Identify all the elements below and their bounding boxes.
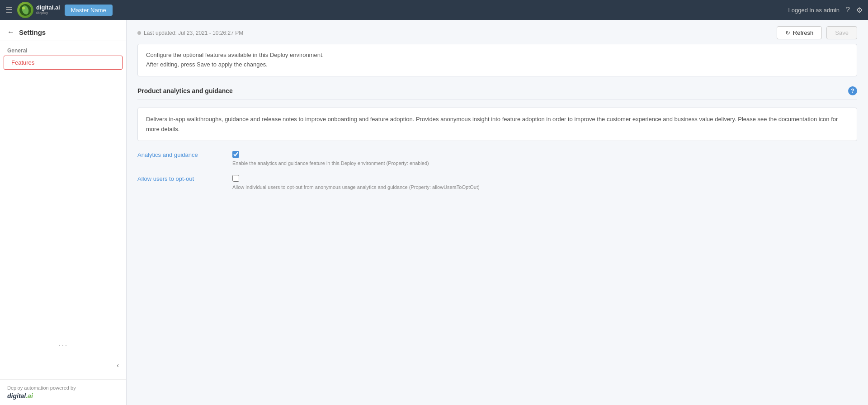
optout-description: Allow individual users to opt-out from a… [232,184,480,190]
refresh-button[interactable]: ↻ Refresh [777,26,822,39]
brand-name: digital.ai [36,5,60,11]
footer-logo: digital.ai [7,392,119,400]
optout-checkbox-wrapper [232,175,480,182]
settings-icon[interactable]: ⚙ [856,6,863,14]
info-line-2: After editing, press Save to apply the c… [146,60,849,70]
analytics-control: Enable the analytics and guidance featur… [232,151,429,166]
description-text: Delivers in-app walkthroughs, guidance a… [146,116,838,132]
logo-area: digital.ai deploy [17,2,60,18]
topnav-right: Logged in as admin ? ⚙ [788,6,863,14]
optout-label: Allow users to opt-out [137,175,232,182]
main-content: Last updated: Jul 23, 2021 - 10:26:27 PM… [127,20,868,405]
topbar-actions: ↻ Refresh Save [777,26,857,39]
master-name-button[interactable]: Master Name [65,5,113,16]
status-dot [137,31,141,35]
logo-text: digital.ai deploy [36,5,60,15]
refresh-icon: ↻ [785,29,790,36]
brand-sub: deploy [36,11,60,15]
help-icon[interactable]: ? [846,6,850,14]
last-updated: Last updated: Jul 23, 2021 - 10:26:27 PM [137,30,243,36]
sidebar-footer: Deploy automation powered by digital.ai [0,379,126,405]
hamburger-menu-icon[interactable]: ☰ [5,5,13,15]
analytics-checkbox[interactable] [232,151,239,158]
section-title: Product analytics and guidance [137,87,233,94]
content-body: Configure the optional features availabl… [127,44,868,405]
sidebar-item-features[interactable]: Features [4,56,123,70]
powered-by-text: Deploy automation powered by [7,385,119,391]
sidebar-collapse-button[interactable]: ‹ [117,362,119,369]
logo-image [17,2,33,18]
analytics-description: Enable the analytics and guidance featur… [232,160,429,166]
description-box: Delivers in-app walkthroughs, guidance a… [137,108,857,141]
optout-control: Allow individual users to opt-out from a… [232,175,480,190]
main-layout: ← Settings General Features ⋮ ‹ Deploy a… [0,20,868,405]
sidebar: ← Settings General Features ⋮ ‹ Deploy a… [0,20,127,405]
info-box: Configure the optional features availabl… [137,44,857,76]
content-topbar: Last updated: Jul 23, 2021 - 10:26:27 PM… [127,20,868,44]
analytics-guidance-row: Analytics and guidance Enable the analyt… [137,151,857,166]
svg-point-2 [22,7,25,9]
sidebar-title: Settings [19,28,46,36]
save-button: Save [826,26,857,39]
analytics-checkbox-wrapper [232,151,429,158]
section-help-icon[interactable]: ? [848,86,857,95]
sidebar-dots-icon: ⋮ [58,341,69,351]
refresh-label: Refresh [793,29,814,36]
optout-row: Allow users to opt-out Allow individual … [137,175,857,190]
topnav-left: ☰ digital.ai deploy Master Name [5,2,113,18]
last-updated-text: Last updated: Jul 23, 2021 - 10:26:27 PM [144,30,243,36]
section-header: Product analytics and guidance ? [137,86,857,99]
optout-checkbox[interactable] [232,175,239,182]
sidebar-general-label: General [0,41,126,56]
back-arrow-icon[interactable]: ← [7,28,14,36]
info-line-1: Configure the optional features availabl… [146,51,849,60]
top-navigation: ☰ digital.ai deploy Master Name Logged i… [0,0,868,20]
sidebar-header: ← Settings [0,20,126,41]
logged-in-text: Logged in as admin [788,7,840,14]
analytics-label: Analytics and guidance [137,151,232,158]
